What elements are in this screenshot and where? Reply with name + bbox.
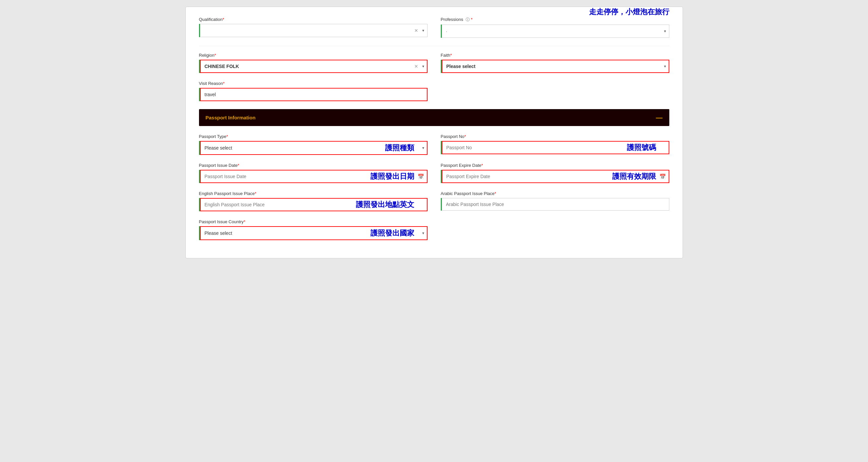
visit-reason-group: Visit Reason* — [199, 81, 428, 101]
religion-select-wrapper: CHINESE FOLK ✕ ▾ — [199, 60, 428, 73]
passport-no-input[interactable] — [442, 141, 669, 154]
passport-type-wrapper: Please select 護照種類 ▾ — [199, 141, 428, 155]
religion-clear-btn[interactable]: ✕ — [414, 64, 418, 69]
passport-issue-country-annotation: 護照發出國家 — [371, 228, 414, 238]
qualification-select-wrapper: ✕ ▾ — [199, 24, 428, 37]
passport-country-row: Passport Issue Country* Please select 護照… — [199, 219, 669, 240]
passport-type-label: Passport Type* — [199, 134, 428, 139]
faith-select-wrapper: Please select ▾ — [441, 60, 669, 73]
qualification-professions-row: Qualification* ✕ ▾ Professions ⓘ * · — [199, 17, 669, 38]
passport-type-annotation: 護照種類 — [385, 143, 414, 153]
english-passport-place-group: English Passport Issue Place* 護照發出地點英文 — [199, 191, 428, 211]
visit-reason-spacer — [441, 81, 669, 101]
qualification-label: Qualification* — [199, 17, 428, 22]
faith-placeholder: Please select — [446, 64, 476, 69]
passport-place-row: English Passport Issue Place* 護照發出地點英文 A… — [199, 191, 669, 211]
passport-section-title: Passport Information — [206, 115, 256, 120]
passport-type-placeholder: Please select — [205, 145, 232, 151]
passport-country-spacer — [441, 219, 669, 240]
arabic-passport-place-input[interactable] — [442, 198, 669, 211]
passport-type-display[interactable]: Please select 護照種類 — [200, 141, 428, 155]
passport-issue-country-wrapper: Please select 護照發出國家 ▾ — [199, 226, 428, 240]
religion-group: Religion* CHINESE FOLK ✕ ▾ — [199, 53, 428, 73]
passport-issue-country-display[interactable]: Please select 護照發出國家 — [200, 226, 428, 240]
professions-value: · — [446, 29, 447, 34]
religion-display[interactable]: CHINESE FOLK — [200, 60, 428, 73]
passport-expire-date-group: Passport Expire Date* 護照有效期限 📅 — [441, 163, 669, 183]
qualification-clear-btn[interactable]: ✕ — [414, 28, 418, 33]
passport-issue-date-group: Passport Issue Date* 護照發出日期 📅 — [199, 163, 428, 183]
passport-section-header: Passport Information — — [199, 109, 669, 126]
main-container: Qualification* ✕ ▾ Professions ⓘ * · — [185, 7, 683, 258]
passport-expire-date-input[interactable] — [442, 170, 669, 183]
professions-annotation: 走走停停，小燈泡在旅行 — [589, 7, 669, 17]
arabic-passport-place-group: Arabic Passport Issue Place* — [441, 191, 669, 211]
professions-display[interactable]: · — [442, 25, 669, 38]
religion-value: CHINESE FOLK — [205, 64, 239, 69]
qualification-display[interactable] — [200, 24, 428, 37]
passport-type-no-row: Passport Type* Please select 護照種類 ▾ Pass… — [199, 134, 669, 155]
faith-group: Faith* Please select ▾ — [441, 53, 669, 73]
professions-select-wrapper: · ▾ — [441, 25, 669, 38]
passport-type-group: Passport Type* Please select 護照種類 ▾ — [199, 134, 428, 155]
religion-label: Religion* — [199, 53, 428, 58]
passport-issue-date-label: Passport Issue Date* — [199, 163, 428, 168]
visit-reason-row: Visit Reason* — [199, 81, 669, 101]
professions-group: Professions ⓘ * · ▾ 走走停停，小燈泡在旅行 — [441, 17, 669, 38]
divider-1 — [199, 46, 669, 46]
qualification-group: Qualification* ✕ ▾ — [199, 17, 428, 38]
english-passport-place-label: English Passport Issue Place* — [199, 191, 428, 196]
professions-label: Professions ⓘ * — [441, 17, 669, 23]
passport-issue-date-input[interactable] — [200, 170, 428, 183]
passport-no-label: Passport No* — [441, 134, 669, 139]
religion-faith-row: Religion* CHINESE FOLK ✕ ▾ Faith* Please… — [199, 53, 669, 73]
faith-label: Faith* — [441, 53, 669, 58]
passport-issue-country-placeholder: Please select — [205, 230, 232, 236]
passport-issue-country-group: Passport Issue Country* Please select 護照… — [199, 219, 428, 240]
passport-section-collapse-icon[interactable]: — — [656, 114, 663, 121]
faith-display[interactable]: Please select — [442, 60, 669, 73]
english-passport-place-input[interactable] — [200, 198, 428, 211]
arabic-passport-place-label: Arabic Passport Issue Place* — [441, 191, 669, 196]
passport-no-group: Passport No* 護照號碼 — [441, 134, 669, 155]
visit-reason-label: Visit Reason* — [199, 81, 428, 86]
passport-expire-date-label: Passport Expire Date* — [441, 163, 669, 168]
visit-reason-input[interactable] — [200, 88, 428, 101]
passport-issue-country-label: Passport Issue Country* — [199, 219, 428, 224]
passport-dates-row: Passport Issue Date* 護照發出日期 📅 Passport E… — [199, 163, 669, 183]
